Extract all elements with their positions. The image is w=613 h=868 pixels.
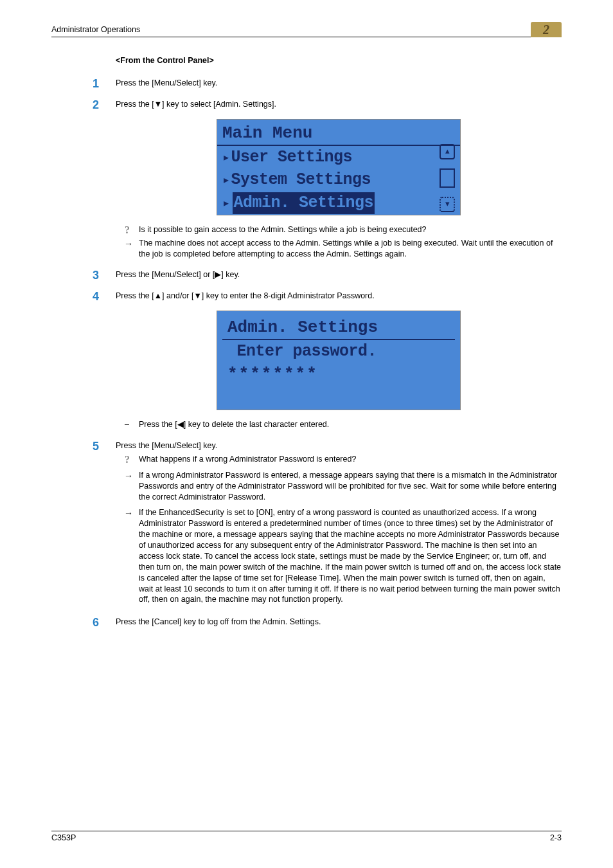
lcd-scroll-icons: ▴ ▾ bbox=[440, 144, 458, 212]
lcd-title: Admin. Settings bbox=[227, 318, 378, 337]
step-number: 4 bbox=[93, 289, 99, 304]
faq-q-text: What happens if a wrong Administrator Pa… bbox=[139, 455, 356, 464]
lcd-password-mask: ******** bbox=[222, 363, 455, 386]
step-4: 4 Press the [▲] and/or [▼] key to enter … bbox=[116, 291, 562, 430]
faq-question: ? What happens if a wrong Administrator … bbox=[116, 454, 562, 465]
step-number: 2 bbox=[93, 97, 99, 113]
chapter-number: 2 bbox=[543, 21, 549, 39]
step-3: 3 Press the [Menu/Select] or [▶] key. bbox=[116, 269, 562, 280]
faq-q-text: Is it possible to gain access to the Adm… bbox=[139, 225, 427, 234]
question-mark-icon: ? bbox=[125, 453, 130, 467]
step-text: Press the [▼] key to select [Admin. Sett… bbox=[116, 99, 562, 110]
dash-icon: – bbox=[125, 419, 129, 430]
step-5: 5 Press the [Menu/Select] key. ? What ha… bbox=[116, 440, 562, 605]
step-1: 1 Press the [Menu/Select] key. bbox=[116, 78, 562, 89]
footer: C353P 2-3 bbox=[51, 831, 562, 844]
faq-answer-2: → If the EnhancedSecurity is set to [ON]… bbox=[116, 507, 562, 605]
scroll-up-icon: ▴ bbox=[440, 144, 455, 159]
step-number: 5 bbox=[93, 439, 99, 454]
faq-a-text: If the EnhancedSecurity is set to [ON], … bbox=[139, 508, 561, 604]
header-bar: Administrator Operations bbox=[51, 24, 562, 37]
lcd-admin-settings: Admin. Settings Enter password. ******** bbox=[217, 311, 461, 410]
faq-a-text: The machine does not accept access to th… bbox=[139, 239, 553, 258]
step-text: Press the [Cancel] key to log off from t… bbox=[116, 617, 562, 628]
scroll-down-icon: ▾ bbox=[440, 197, 455, 212]
step-number: 6 bbox=[93, 615, 99, 630]
faq-answer-1: → If a wrong Administrator Password is e… bbox=[116, 470, 562, 503]
faq-question: ? Is it possible to gain access to the A… bbox=[116, 224, 562, 235]
step-2: 2 Press the [▼] key to select [Admin. Se… bbox=[116, 99, 562, 260]
step-number: 3 bbox=[93, 267, 99, 283]
step-number: 1 bbox=[93, 76, 99, 91]
header-title: Administrator Operations bbox=[51, 24, 140, 35]
step-text: Press the [Menu/Select] or [▶] key. bbox=[116, 269, 562, 280]
lcd-row-system-settings: System Settings bbox=[222, 169, 371, 191]
step-text: Press the [Menu/Select] key. bbox=[116, 78, 562, 89]
page: 2 Administrator Operations <From the Con… bbox=[0, 0, 613, 868]
sub-bullet: – Press the [◀] key to delete the last c… bbox=[116, 419, 562, 430]
lcd-title: Main Menu bbox=[222, 123, 312, 143]
section-heading: <From the Control Panel> bbox=[116, 55, 562, 66]
footer-left: C353P bbox=[51, 833, 76, 844]
lcd-main-menu: Main Menu User Settings System Settings … bbox=[217, 119, 461, 215]
lcd-enter-password: Enter password. bbox=[227, 341, 377, 363]
arrow-right-icon: → bbox=[124, 507, 133, 520]
step-text: Press the [▲] and/or [▼] key to enter th… bbox=[116, 291, 562, 302]
question-mark-icon: ? bbox=[125, 223, 130, 237]
arrow-right-icon: → bbox=[124, 238, 133, 250]
step-text: Press the [Menu/Select] key. bbox=[116, 440, 562, 451]
faq-answer: → The machine does not accept access to … bbox=[116, 238, 562, 260]
sub-bullet-text: Press the [◀] key to delete the last cha… bbox=[139, 420, 329, 429]
scroll-thumb-icon bbox=[440, 168, 455, 188]
arrow-right-icon: → bbox=[124, 470, 133, 482]
chapter-tab: 2 bbox=[531, 22, 562, 37]
footer-right: 2-3 bbox=[550, 833, 562, 844]
lcd-row-admin-settings: Admin. Settings bbox=[222, 192, 375, 214]
content-area: <From the Control Panel> 1 Press the [Me… bbox=[51, 37, 562, 628]
lcd-row-user-settings: User Settings bbox=[222, 147, 352, 168]
step-6: 6 Press the [Cancel] key to log off from… bbox=[116, 617, 562, 628]
faq-a-text: If a wrong Administrator Password is ent… bbox=[139, 471, 557, 502]
